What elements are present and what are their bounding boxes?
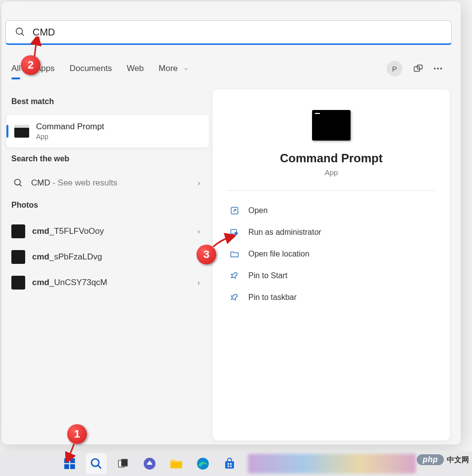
annotation-arrow-1 bbox=[65, 442, 80, 462]
photo-result-item[interactable]: cmd_T5FLFVoOoy › bbox=[6, 219, 209, 244]
svg-line-16 bbox=[98, 465, 101, 469]
pin-icon bbox=[229, 292, 240, 303]
best-match-header: Best match bbox=[6, 90, 209, 115]
photos-header: Photos bbox=[6, 194, 209, 219]
photo-result-item[interactable]: cmd_sPbFzaLDvg › bbox=[6, 244, 209, 270]
photo-result-item[interactable]: cmd_UnCSY73qcM › bbox=[6, 270, 209, 295]
svg-rect-18 bbox=[121, 459, 127, 466]
watermark: php 中文网 bbox=[417, 454, 469, 465]
svg-rect-13 bbox=[64, 464, 69, 469]
svg-rect-24 bbox=[228, 463, 229, 465]
action-run-as-admin[interactable]: Run as administrator bbox=[227, 221, 436, 243]
svg-point-20 bbox=[149, 461, 151, 463]
command-prompt-large-icon bbox=[312, 110, 351, 141]
watermark-pill: php bbox=[417, 454, 444, 465]
taskbar-search-button[interactable] bbox=[86, 453, 107, 474]
taskbar-task-view[interactable] bbox=[113, 453, 133, 474]
svg-point-7 bbox=[15, 180, 21, 185]
open-icon bbox=[229, 205, 240, 217]
taskbar-file-explorer[interactable] bbox=[166, 453, 187, 474]
svg-line-8 bbox=[20, 184, 22, 186]
search-icon bbox=[15, 27, 26, 37]
chevron-right-icon: › bbox=[197, 179, 204, 187]
search-input[interactable] bbox=[33, 27, 442, 38]
taskbar-blurred-region bbox=[248, 454, 416, 474]
watermark-text: 中文网 bbox=[447, 455, 469, 465]
web-result-item[interactable]: CMD - See web results › bbox=[6, 172, 209, 194]
annotation-1: 1 bbox=[67, 424, 87, 444]
chevron-down-icon bbox=[183, 66, 189, 72]
divider bbox=[227, 190, 436, 191]
svg-rect-27 bbox=[230, 466, 232, 467]
action-open-file-location[interactable]: Open file location bbox=[227, 243, 436, 265]
svg-rect-23 bbox=[225, 461, 234, 469]
best-match-subtitle: App bbox=[36, 133, 104, 141]
taskbar-edge[interactable] bbox=[193, 453, 213, 474]
action-pin-to-start[interactable]: Pin to Start bbox=[227, 265, 436, 287]
taskbar-store[interactable] bbox=[219, 453, 240, 474]
best-match-title: Command Prompt bbox=[36, 122, 104, 132]
action-pin-to-taskbar[interactable]: Pin to taskbar bbox=[227, 287, 436, 308]
photo-thumb-icon bbox=[11, 250, 25, 264]
annotation-arrow-3 bbox=[211, 233, 236, 250]
start-search-panel: All Apps Documents Web More P Best match… bbox=[1, 1, 461, 444]
details-panel: Command Prompt App Open Run as administr… bbox=[213, 89, 450, 440]
annotation-2: 2 bbox=[21, 55, 40, 75]
web-result-term: CMD bbox=[31, 178, 50, 187]
user-avatar[interactable]: P bbox=[387, 61, 402, 76]
command-prompt-icon bbox=[14, 125, 29, 138]
svg-rect-26 bbox=[228, 466, 229, 467]
svg-rect-25 bbox=[230, 463, 232, 465]
details-subtitle: App bbox=[227, 168, 436, 177]
search-icon bbox=[11, 178, 25, 188]
filter-tab-documents[interactable]: Documents bbox=[70, 60, 112, 77]
more-options-icon[interactable] bbox=[431, 62, 445, 75]
chevron-right-icon: › bbox=[197, 279, 204, 287]
filter-tab-more[interactable]: More bbox=[158, 60, 189, 77]
folder-icon bbox=[229, 248, 240, 260]
filter-tab-all[interactable]: All bbox=[11, 60, 21, 77]
svg-point-4 bbox=[434, 68, 436, 70]
web-result-suffix: - See web results bbox=[50, 178, 118, 187]
filter-row: All Apps Documents Web More P bbox=[11, 57, 451, 80]
svg-rect-14 bbox=[70, 464, 75, 469]
taskbar-chat[interactable] bbox=[139, 453, 160, 474]
chat-icon[interactable] bbox=[411, 62, 425, 75]
details-title: Command Prompt bbox=[227, 151, 436, 165]
results-list: Best match Command Prompt App Search the… bbox=[6, 90, 209, 295]
svg-point-6 bbox=[440, 68, 442, 70]
svg-line-1 bbox=[22, 34, 24, 36]
svg-rect-21 bbox=[170, 462, 182, 469]
chevron-right-icon: › bbox=[197, 227, 204, 235]
search-web-header: Search the web bbox=[6, 147, 209, 172]
best-match-item[interactable]: Command Prompt App bbox=[6, 115, 209, 147]
search-bar[interactable] bbox=[5, 20, 452, 45]
pin-icon bbox=[229, 270, 240, 282]
photo-thumb-icon bbox=[11, 224, 25, 238]
svg-point-15 bbox=[91, 459, 99, 466]
photo-thumb-icon bbox=[11, 276, 25, 290]
annotation-3: 3 bbox=[197, 245, 216, 264]
filter-tab-web[interactable]: Web bbox=[127, 60, 144, 77]
action-open[interactable]: Open bbox=[227, 200, 436, 221]
svg-point-5 bbox=[437, 68, 439, 70]
svg-point-0 bbox=[16, 28, 23, 35]
